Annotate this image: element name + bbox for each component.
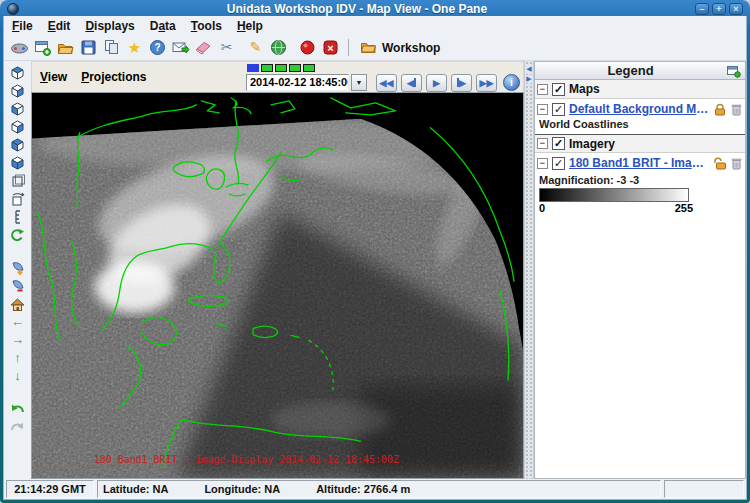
time-select-value[interactable]: 2014-02-12 18:45:00Z (246, 74, 349, 91)
workshop-toolbar-group[interactable]: Workshop (360, 40, 440, 55)
cut-icon[interactable]: ✂ (216, 37, 237, 58)
default-maps-checkbox[interactable]: ✓ (552, 103, 565, 116)
legend-title: Legend (535, 63, 726, 78)
time-step[interactable] (289, 64, 301, 72)
vertical-scale-icon[interactable] (8, 208, 27, 225)
animation-properties-button[interactable]: i (503, 74, 520, 91)
menu-displays[interactable]: Displays (85, 19, 134, 33)
east-view-icon[interactable] (8, 118, 27, 135)
menu-file[interactable]: File (12, 19, 33, 33)
support-mail-icon[interactable] (170, 37, 191, 58)
lock-closed-icon[interactable] (713, 103, 727, 116)
new-window-icon[interactable] (32, 37, 53, 58)
map-canvas[interactable]: 180_Band1_BRIT - Image Display 2014-02-1… (31, 92, 524, 479)
pan-up-icon[interactable]: ↑ (8, 349, 27, 366)
status-bar: 21:14:29 GMT Latitude: NA Longitude: NA … (4, 479, 746, 499)
collapse-imagery-button[interactable]: − (537, 138, 548, 149)
help-icon[interactable]: ? (147, 37, 168, 58)
edit-pencil-icon[interactable]: ✎ (245, 37, 266, 58)
time-step[interactable] (275, 64, 287, 72)
close-button[interactable]: × (729, 3, 743, 15)
eraser-icon[interactable] (193, 37, 214, 58)
idv-window: Unidata Workshop IDV - Map View - One Pa… (0, 0, 750, 503)
titlebar[interactable]: Unidata Workshop IDV - Map View - One Pa… (3, 0, 747, 16)
colorbar-max-label: 255 (675, 202, 693, 214)
menu-view[interactable]: View (40, 70, 67, 84)
lock-open-icon[interactable] (713, 157, 727, 170)
collapse-legend-icon[interactable]: ◀ (526, 65, 531, 73)
default-maps-link[interactable]: Default Background Maps (569, 102, 709, 116)
latitude-readout: Latitude: NA (103, 483, 168, 495)
grayscale-colorbar[interactable] (539, 188, 689, 202)
time-dropdown-arrow-icon[interactable]: ▼ (351, 74, 367, 91)
imagery-category-label: Imagery (569, 137, 615, 151)
float-legend-icon[interactable] (726, 64, 742, 78)
open-folder-icon[interactable] (55, 37, 76, 58)
south-view-icon[interactable] (8, 136, 27, 153)
save-icon[interactable] (78, 37, 99, 58)
zoom-out-icon[interactable] (8, 277, 27, 294)
play-button[interactable]: ▶ (426, 74, 447, 92)
copy-icon[interactable] (101, 37, 122, 58)
band-visibility-checkbox[interactable]: ✓ (552, 157, 565, 170)
trash-icon[interactable] (731, 103, 742, 116)
trash-icon[interactable] (731, 157, 742, 170)
world-coastlines-label: World Coastlines (535, 117, 745, 134)
workshop-folder-icon (360, 40, 377, 55)
minimize-button[interactable]: – (695, 3, 709, 15)
perspective-view-icon[interactable] (8, 172, 27, 189)
undo-icon[interactable] (8, 400, 27, 417)
globe-icon[interactable] (268, 37, 289, 58)
collapse-maps-button[interactable]: − (537, 84, 548, 95)
time-step[interactable] (303, 64, 315, 72)
redo-icon[interactable] (8, 418, 27, 435)
rotate-view-icon[interactable] (8, 190, 27, 207)
home-view-icon[interactable] (8, 295, 27, 312)
menu-help[interactable]: Help (237, 19, 263, 33)
west-view-icon[interactable] (8, 154, 27, 171)
maximize-button[interactable]: + (712, 3, 726, 15)
time-step[interactable] (247, 64, 259, 72)
dashboard-icon[interactable] (9, 37, 30, 58)
map-view-panel: View Projections 2014-02-12 18:45:00Z (31, 61, 524, 479)
rewind-button[interactable]: ◀◀ (376, 74, 397, 92)
menu-bar: File Edit Displays Data Tools Help (4, 16, 746, 35)
menu-data[interactable]: Data (150, 19, 176, 33)
band-display-link[interactable]: 180 Band1 BRIT - Image... (569, 156, 709, 170)
colorbar-min-label: 0 (539, 202, 545, 214)
favorites-star-icon[interactable]: ★ (124, 37, 145, 58)
time-step-boxes[interactable] (247, 64, 315, 72)
step-forward-button[interactable]: ▶ (451, 74, 472, 92)
menu-edit[interactable]: Edit (48, 19, 71, 33)
main-toolbar: ★ ? ✂ ✎ × Workshop (4, 35, 746, 61)
zoom-in-icon[interactable] (8, 259, 27, 276)
idv-logo-icon (7, 3, 19, 15)
record-icon[interactable] (297, 37, 318, 58)
pan-right-icon[interactable]: → (8, 331, 27, 348)
bottom-view-icon[interactable] (8, 82, 27, 99)
maps-visibility-checkbox[interactable]: ✓ (552, 83, 565, 96)
svg-text:?: ? (154, 42, 160, 53)
toolbar-separator (348, 39, 349, 56)
menu-tools[interactable]: Tools (191, 19, 222, 33)
exit-icon[interactable]: × (320, 37, 341, 58)
expand-legend-icon[interactable]: ▶ (526, 75, 531, 83)
north-view-icon[interactable] (8, 100, 27, 117)
collapse-band-button[interactable]: − (537, 158, 548, 169)
longitude-readout: Longitude: NA (204, 483, 280, 495)
maps-category-label: Maps (569, 82, 600, 96)
window-title: Unidata Workshop IDV - Map View - One Pa… (19, 2, 695, 16)
legend-splitter[interactable]: ◀ ▶ (524, 61, 534, 479)
status-spare-cell (664, 480, 744, 498)
imagery-visibility-checkbox[interactable]: ✓ (552, 137, 565, 150)
top-view-icon[interactable] (8, 64, 27, 81)
pan-left-icon[interactable]: ← (8, 313, 27, 330)
time-step[interactable] (261, 64, 273, 72)
step-back-button[interactable]: ◀ (401, 74, 422, 92)
menu-projections[interactable]: Projections (81, 70, 146, 84)
pan-down-icon[interactable]: ↓ (8, 367, 27, 384)
collapse-default-maps-button[interactable]: − (537, 104, 548, 115)
fast-forward-button[interactable]: ▶▶ (476, 74, 497, 92)
svg-text:×: × (327, 42, 333, 54)
auto-rotate-icon[interactable] (8, 226, 27, 243)
